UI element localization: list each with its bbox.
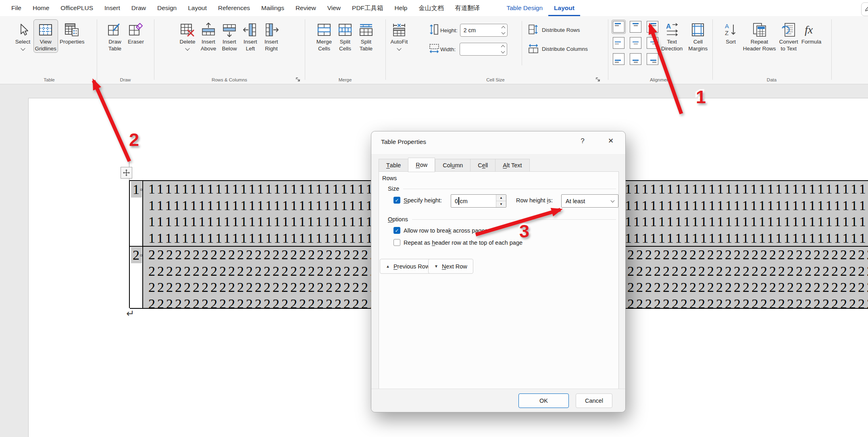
menu-table-layout-active[interactable]: Layout <box>548 0 580 16</box>
menu-pdf-tools[interactable]: PDF工具箱 <box>346 0 389 16</box>
align-center-left-button[interactable] <box>613 37 624 49</box>
distribute-rows-button[interactable]: Distribute Rows <box>528 24 580 36</box>
menu-view[interactable]: View <box>322 0 346 16</box>
menu-table-design[interactable]: Table Design <box>501 0 548 16</box>
table-row-1-header-cell[interactable]: 1¤ <box>130 181 143 246</box>
tab-row[interactable]: Row <box>408 158 435 172</box>
help-icon[interactable]: ? <box>578 137 587 145</box>
cell-margins-button[interactable]: Cell Margins <box>687 19 709 52</box>
menu-officeplus[interactable]: OfficePLUS <box>55 0 99 16</box>
draw-table-button[interactable]: Draw Table <box>104 19 125 52</box>
menu-review[interactable]: Review <box>290 0 322 16</box>
insert-right-label-2: Right <box>265 46 278 52</box>
editor-mode-button[interactable] <box>861 2 868 16</box>
ok-button[interactable]: OK <box>518 393 569 408</box>
menu-layout[interactable]: Layout <box>182 0 212 16</box>
menu-youdao-translate[interactable]: 有道翻译 <box>449 0 485 16</box>
close-icon[interactable]: ✕ <box>605 137 616 145</box>
row-height-is-dropdown[interactable]: At least <box>561 194 618 208</box>
chevron-down-icon <box>21 46 25 50</box>
tab-column[interactable]: Column <box>435 159 470 172</box>
split-cells-button[interactable]: Split Cells <box>335 19 356 52</box>
align-top-right-button[interactable] <box>647 21 658 33</box>
align-bottom-right-button[interactable] <box>647 53 658 65</box>
merge-cells-label-2: Cells <box>318 46 330 52</box>
convert-to-text-button[interactable]: Convert to Text <box>778 19 800 52</box>
align-bottom-left-button[interactable] <box>613 53 624 65</box>
group-label-alignment: Alignment <box>609 77 712 82</box>
allow-break-checkbox[interactable]: ✓ <box>393 227 400 234</box>
dialog-title: Table Properties <box>381 138 426 146</box>
group-separator <box>831 19 832 80</box>
insert-right-button[interactable]: Insert Right <box>261 19 282 52</box>
next-row-button[interactable]: ▼ Next Row <box>428 259 473 274</box>
row-height-value-input[interactable]: 0cm ▲ ▼ <box>451 194 506 208</box>
previous-row-button[interactable]: ▲ Previous Row <box>380 259 435 274</box>
view-gridlines-button[interactable]: View Gridlines <box>33 19 58 53</box>
cell-margins-label-1: Cell <box>693 39 703 46</box>
align-top-left-button[interactable] <box>613 21 624 33</box>
menu-draw[interactable]: Draw <box>126 0 152 16</box>
chevron-down-icon <box>397 46 401 50</box>
specify-height-checkbox[interactable]: ✓ <box>393 197 400 204</box>
menu-references[interactable]: References <box>212 0 256 16</box>
table-properties-button[interactable]: Properties <box>58 19 86 46</box>
formula-button[interactable]: fx Formula <box>800 19 823 46</box>
ribbon: Select View Gridlines Properties Table <box>0 16 868 84</box>
autofit-button[interactable]: AutoFit <box>389 19 410 50</box>
height-spinner[interactable] <box>502 26 505 35</box>
insert-above-button[interactable]: Insert Above <box>198 19 219 52</box>
menu-insert[interactable]: Insert <box>99 0 126 16</box>
repeat-header-rows-button[interactable]: Repeat Header Rows <box>741 19 778 52</box>
cancel-button[interactable]: Cancel <box>576 393 612 408</box>
insert-left-button[interactable]: Insert Left <box>240 19 261 52</box>
sort-button[interactable]: AZ Sort <box>720 19 741 46</box>
section-divider <box>412 219 616 220</box>
cell-margins-icon <box>689 21 707 39</box>
distribute-columns-button[interactable]: Distribute Columns <box>528 43 588 55</box>
ribbon-group-merge: Merge Cells Split Cells Split Table Merg… <box>306 16 385 84</box>
delete-button[interactable]: Delete <box>177 19 198 50</box>
tab-cell[interactable]: Cell <box>470 159 495 172</box>
formula-label: Formula <box>801 39 822 46</box>
menu-kingsoft-docs[interactable]: 金山文档 <box>413 0 449 16</box>
width-spinner[interactable] <box>502 45 504 54</box>
group-label-draw: Draw <box>98 77 153 82</box>
repeat-header-checkbox[interactable] <box>393 239 400 246</box>
menu-help[interactable]: Help <box>389 0 413 16</box>
group-separator <box>97 19 97 80</box>
table-move-handle[interactable] <box>121 167 132 179</box>
spin-up-icon[interactable]: ▲ <box>496 195 506 201</box>
tab-alt-text[interactable]: Alt Text <box>495 159 529 172</box>
svg-text:Z: Z <box>725 29 729 36</box>
menu-file[interactable]: File <box>6 0 27 16</box>
insert-below-button[interactable]: Insert Below <box>219 19 240 52</box>
column-width-icon <box>429 42 439 56</box>
tab-table[interactable]: Table <box>379 159 408 172</box>
text-direction-button[interactable]: A Text Direction <box>660 19 684 52</box>
table-row-height-input[interactable]: 2 cm <box>460 24 508 37</box>
allow-break-label: Allow row to break across pages <box>404 227 488 234</box>
sort-label: Sort <box>726 39 736 46</box>
menu-design[interactable]: Design <box>152 0 182 16</box>
table-column-width-input[interactable] <box>460 43 507 56</box>
ribbon-group-rows-columns: Delete Insert Above Insert Below Insert … <box>155 16 304 84</box>
align-top-center-button[interactable] <box>630 21 641 33</box>
eraser-button[interactable]: Eraser <box>125 19 146 46</box>
table-properties-icon <box>63 21 81 39</box>
align-center-button[interactable] <box>630 37 641 49</box>
align-center-right-button[interactable] <box>647 37 658 49</box>
dialog-launcher-icon[interactable] <box>296 77 301 82</box>
formula-fx-icon: fx <box>803 21 820 39</box>
menu-mailings[interactable]: Mailings <box>256 0 290 16</box>
dialog-launcher-icon[interactable] <box>595 77 601 82</box>
menu-home[interactable]: Home <box>27 0 55 16</box>
spin-down-icon[interactable]: ▼ <box>496 201 506 207</box>
split-table-button[interactable]: Split Table <box>356 19 377 52</box>
dialog-title-bar[interactable]: Table Properties ? ✕ <box>371 131 625 154</box>
select-button[interactable]: Select <box>12 19 33 50</box>
table-row-2-header-cell[interactable]: 2¤ <box>130 247 143 308</box>
merge-cells-button[interactable]: Merge Cells <box>314 19 335 52</box>
spin-buttons[interactable]: ▲ ▼ <box>496 195 506 207</box>
align-bottom-center-button[interactable] <box>630 53 641 65</box>
